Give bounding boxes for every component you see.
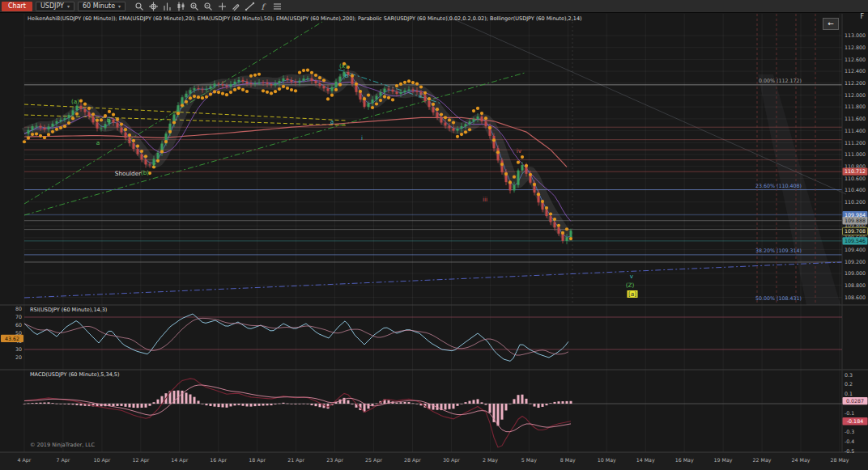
zoom-in-icon[interactable]: [189, 1, 201, 11]
macd-bar: [465, 402, 467, 404]
time-axis-label: 10 Apr: [93, 457, 110, 464]
macd-bar: [64, 404, 66, 404]
sar-dot: [330, 94, 334, 97]
candle-body: [250, 83, 253, 84]
macd-bar: [303, 404, 305, 404]
zoom-icon[interactable]: [134, 1, 146, 11]
wave-label: ii: [419, 92, 422, 100]
time-axis-label: 25 Apr: [365, 457, 382, 464]
macd-bar: [214, 404, 216, 407]
macd-bar: [145, 404, 147, 408]
back-arrow-button[interactable]: ←: [823, 18, 839, 30]
macd-bar: [513, 399, 516, 404]
sar-dot: [245, 90, 249, 93]
macd-bar: [202, 404, 204, 404]
macd-bar: [250, 404, 253, 407]
instrument-label: USDJPY: [40, 2, 64, 10]
macd-bar: [72, 404, 74, 404]
candle-body: [76, 106, 79, 111]
candle-body: [291, 80, 293, 82]
macd-bar: [238, 404, 240, 405]
sar-dot: [213, 90, 216, 93]
macd-bar: [554, 402, 556, 404]
chart-link-button[interactable]: Chart: [2, 2, 32, 11]
chart-canvas[interactable]: 0.00% (112.172)23.60% (110.408)38.20% (1…: [0, 0, 868, 470]
bar-chart-icon[interactable]: [161, 1, 173, 11]
candle-body: [254, 83, 257, 84]
candle-body: [473, 119, 475, 121]
candle-body: [226, 86, 228, 87]
candle-body: [477, 116, 479, 119]
candle-body: [258, 83, 261, 83]
zoom-out-icon[interactable]: [202, 1, 215, 11]
macd-bar: [44, 403, 46, 404]
candle-body: [412, 89, 415, 91]
candle-body: [80, 106, 83, 109]
macd-bar: [404, 402, 406, 404]
macd-bar: [315, 404, 317, 406]
macd-bar: [222, 404, 224, 408]
sar-dot: [241, 88, 245, 91]
macd-bar: [283, 403, 285, 404]
tag-text: 109.708: [845, 228, 866, 234]
rsi-axis-label: 60: [15, 322, 22, 328]
candle-body: [299, 81, 301, 83]
sar-dot: [436, 108, 439, 111]
function-icon[interactable]: f: [257, 1, 270, 11]
sar-dot: [23, 140, 26, 143]
candle-body: [315, 81, 317, 83]
macd-bar: [274, 404, 277, 404]
sar-dot: [172, 121, 176, 124]
candle-body: [48, 126, 50, 129]
fib-label: 50.00% (108.431): [755, 295, 802, 301]
candle-body: [198, 88, 200, 89]
candle-body: [125, 133, 127, 138]
price-axis-label: 109.400: [845, 247, 866, 252]
instrument-selector[interactable]: USDJPY ▾: [36, 2, 74, 11]
macd-bar: [210, 404, 212, 406]
candle-body: [246, 82, 249, 83]
sar-dot: [185, 100, 188, 104]
sar-dot: [367, 94, 370, 97]
sar-dot: [27, 137, 30, 140]
candlestick-icon[interactable]: [175, 1, 187, 11]
macd-axis-label: -0.5: [845, 448, 854, 454]
sar-dot: [91, 112, 95, 116]
time-axis-background: [0, 452, 868, 470]
add-icon[interactable]: [216, 1, 228, 11]
time-axis-label: 21 Apr: [287, 457, 304, 464]
sar-dot: [221, 92, 224, 95]
macd-bar: [270, 404, 273, 405]
macd-bar: [311, 404, 313, 405]
sar-dot: [553, 218, 556, 221]
time-axis-label: 23 Apr: [326, 457, 343, 464]
macd-bar: [477, 399, 479, 404]
pencil-icon[interactable]: [230, 1, 242, 11]
macd-bar: [416, 404, 419, 404]
sar-dot: [371, 106, 374, 109]
crosshair-icon[interactable]: [147, 1, 160, 11]
sar-dot: [496, 150, 500, 154]
candle-body: [445, 123, 447, 126]
candle-body: [513, 185, 516, 191]
sar-dot: [237, 87, 240, 90]
time-axis-label: 14 Apr: [171, 457, 188, 464]
trendline-icon[interactable]: [244, 1, 256, 11]
chevron-down-icon: ▾: [118, 3, 121, 9]
time-axis-label: 28 May: [830, 457, 849, 464]
sar-dot: [517, 161, 520, 164]
candle-body: [68, 115, 70, 118]
macd-bar: [546, 404, 548, 405]
candle-body: [323, 86, 326, 88]
candle-body: [72, 110, 74, 115]
sar-dot: [387, 96, 390, 100]
interval-selector[interactable]: 60 Minute ▾: [78, 2, 126, 11]
candle-body: [189, 90, 192, 93]
sar-dot: [363, 97, 366, 100]
list-icon[interactable]: [271, 1, 283, 11]
time-axis-label: 30 Apr: [443, 457, 460, 464]
macd-bar: [562, 401, 564, 404]
candle-body: [327, 88, 330, 91]
macd-bar: [121, 404, 123, 406]
sar-dot: [116, 118, 119, 121]
